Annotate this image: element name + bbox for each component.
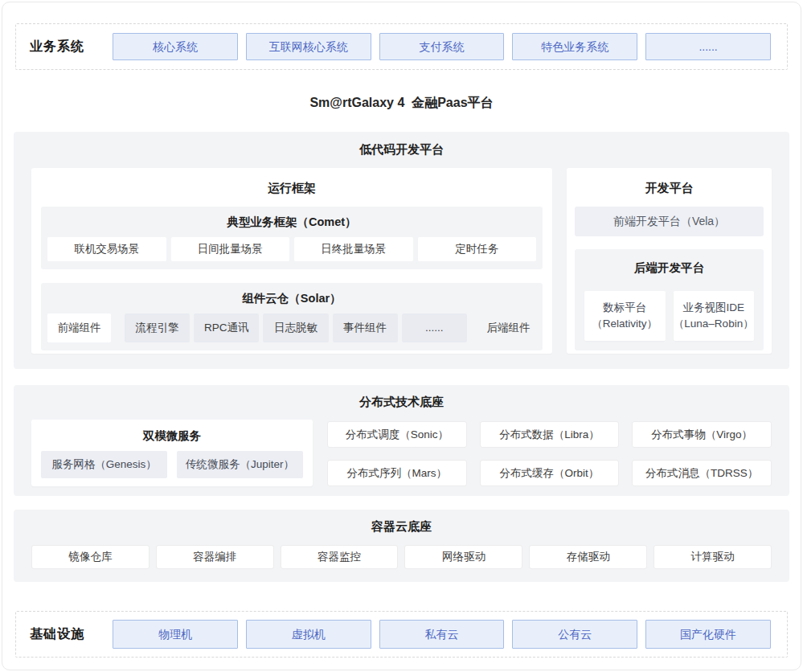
- solar-component-title: 组件云仓（Solar）: [47, 291, 536, 306]
- node-featured-business-system: 特色业务系统: [512, 33, 637, 60]
- node-process-engine: 流程引擎: [125, 313, 190, 342]
- node-distributed-scheduling-sonic: 分布式调度（Sonic）: [327, 421, 467, 448]
- dual-mode-items-row: 服务网格（Genesis） 传统微服务（Jupiter）: [41, 451, 303, 478]
- business-systems-row: 业务系统 核心系统 互联网核心系统 支付系统 特色业务系统 ......: [15, 23, 788, 70]
- backend-dev-items-row: 数标平台 （Relativity） 业务视图IDE （Luna–Robin）: [584, 291, 754, 341]
- node-domestic-hardware: 国产化硬件: [645, 620, 771, 649]
- node-public-cloud: 公有云: [512, 620, 637, 649]
- runtime-framework-card: 运行框架 典型业务框架（Comet） 联机交易场景 日间批量场景 日终批量场景 …: [31, 168, 552, 354]
- infrastructure-items: 物理机 虚拟机 私有云 公有云 国产化硬件: [113, 620, 771, 649]
- node-frontend-component: 前端组件: [47, 313, 111, 342]
- node-internet-core-system: 互联网核心系统: [246, 33, 371, 60]
- backend-dev-platform-group: 后端开发平台 数标平台 （Relativity） 业务视图IDE （Luna–R…: [575, 249, 764, 350]
- node-service-mesh-genesis: 服务网格（Genesis）: [41, 451, 167, 478]
- node-storage-driver: 存储驱动: [529, 545, 647, 569]
- business-systems-items: 核心系统 互联网核心系统 支付系统 特色业务系统 ......: [113, 33, 771, 60]
- container-cloud-items-row: 镜像仓库 容器编排 容器监控 网络驱动 存储驱动 计算驱动: [31, 545, 772, 569]
- container-cloud-title: 容器云底座: [31, 519, 772, 535]
- node-subname: （Relativity）: [584, 316, 666, 332]
- distributed-body: 双模微服务 服务网格（Genesis） 传统微服务（Jupiter） 分布式调度…: [31, 420, 772, 486]
- node-image-registry: 镜像仓库: [31, 545, 150, 569]
- node-network-driver: 网络驱动: [404, 545, 522, 569]
- business-systems-label: 业务系统: [30, 39, 113, 55]
- low-code-platform-section: 低代码开发平台 运行框架 典型业务框架（Comet） 联机交易场景 日间批量场景…: [14, 132, 789, 369]
- node-daytime-batch-scene: 日间批量场景: [171, 237, 290, 261]
- node-distributed-sequence-mars: 分布式序列（Mars）: [327, 460, 467, 486]
- node-log-masking: 日志脱敏: [263, 313, 328, 342]
- comet-framework-group: 典型业务框架（Comet） 联机交易场景 日间批量场景 日终批量场景 定时任务: [41, 207, 543, 269]
- distributed-base-section: 分布式技术底座 双模微服务 服务网格（Genesis） 传统微服务（Jupite…: [14, 385, 789, 496]
- node-virtual-machine: 虚拟机: [246, 620, 371, 649]
- architecture-diagram: 业务系统 核心系统 互联网核心系统 支付系统 特色业务系统 ...... Sm@…: [2, 2, 801, 670]
- backend-dev-platform-title: 后端开发平台: [584, 260, 754, 276]
- node-payment-system: 支付系统: [379, 33, 505, 60]
- dual-mode-microservice-title: 双模微服务: [41, 428, 303, 444]
- node-physical-machine: 物理机: [113, 620, 238, 649]
- solar-component-group: 组件云仓（Solar） 前端组件 流程引擎 RPC通讯 日志脱敏 事件组件 ..…: [41, 283, 543, 350]
- node-business-view-ide-luna-robin: 业务视图IDE （Luna–Robin）: [674, 291, 755, 341]
- node-event-component: 事件组件: [333, 313, 398, 342]
- node-subname: （Luna–Robin）: [674, 316, 755, 332]
- node-frontend-dev-platform-vela: 前端开发平台（Vela）: [575, 207, 764, 236]
- runtime-framework-title: 运行框架: [41, 181, 543, 196]
- container-cloud-section: 容器云底座 镜像仓库 容器编排 容器监控 网络驱动 存储驱动 计算驱动: [14, 510, 789, 582]
- node-scheduled-task: 定时任务: [418, 237, 537, 261]
- infrastructure-label: 基础设施: [30, 626, 113, 643]
- node-traditional-microservice-jupiter: 传统微服务（Jupiter）: [177, 451, 303, 478]
- node-container-orchestration: 容器编排: [156, 545, 274, 569]
- node-business-ellipsis: ......: [645, 33, 771, 60]
- dual-mode-microservice-card: 双模微服务 服务网格（Genesis） 传统微服务（Jupiter）: [31, 420, 313, 486]
- node-distributed-message-tdrss: 分布式消息（TDRSS）: [632, 460, 772, 486]
- node-compute-driver: 计算驱动: [653, 545, 772, 569]
- node-eod-batch-scene: 日终批量场景: [294, 237, 413, 261]
- node-name: 数标平台: [584, 300, 666, 316]
- node-container-monitoring: 容器监控: [281, 545, 399, 569]
- node-private-cloud: 私有云: [379, 620, 505, 649]
- node-core-system: 核心系统: [113, 33, 238, 60]
- node-backend-component: 后端组件: [481, 313, 536, 342]
- node-solar-ellipsis: ......: [402, 313, 467, 342]
- node-online-transaction-scene: 联机交易场景: [47, 237, 166, 261]
- node-distributed-cache-orbit: 分布式缓存（Orbit）: [480, 460, 620, 486]
- low-code-body: 运行框架 典型业务框架（Comet） 联机交易场景 日间批量场景 日终批量场景 …: [31, 168, 772, 354]
- platform-title: Sm@rtGalaxy 4 金融Paas平台: [14, 95, 789, 111]
- node-rpc-communication: RPC通讯: [194, 313, 259, 342]
- dev-platform-card: 开发平台 前端开发平台（Vela） 后端开发平台 数标平台 （Relativit…: [567, 168, 772, 354]
- distributed-services-grid: 分布式调度（Sonic） 分布式数据（Libra） 分布式事物（Virgo） 分…: [327, 420, 772, 486]
- node-distributed-data-libra: 分布式数据（Libra）: [480, 421, 620, 448]
- node-data-standard-platform-relativity: 数标平台 （Relativity）: [584, 291, 666, 341]
- comet-items-row: 联机交易场景 日间批量场景 日终批量场景 定时任务: [47, 237, 536, 261]
- solar-items-row: 前端组件 流程引擎 RPC通讯 日志脱敏 事件组件 ...... 后端组件: [47, 313, 536, 342]
- distributed-base-title: 分布式技术底座: [31, 395, 772, 410]
- low-code-platform-title: 低代码开发平台: [31, 142, 772, 158]
- comet-framework-title: 典型业务框架（Comet）: [47, 215, 536, 230]
- infrastructure-row: 基础设施 物理机 虚拟机 私有云 公有云 国产化硬件: [15, 611, 788, 658]
- dev-platform-title: 开发平台: [575, 181, 764, 196]
- node-name: 业务视图IDE: [674, 300, 755, 316]
- node-distributed-transaction-virgo: 分布式事物（Virgo）: [632, 421, 772, 448]
